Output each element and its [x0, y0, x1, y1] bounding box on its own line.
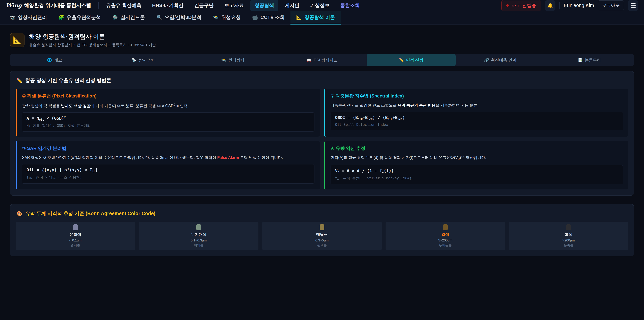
hamburger-icon: [630, 3, 636, 4]
method-title: ② 다중분광 지수법 (Spectral Index): [330, 93, 623, 99]
video-camera-icon: 📹: [252, 15, 258, 20]
bell-icon: 🔔: [547, 3, 554, 9]
magnifier-icon: 🔍: [156, 15, 162, 20]
formula: OSDI = (BNIR-BRed) / (BNIR+BRed): [335, 115, 618, 121]
bookmark-tabs-icon: 📑: [578, 58, 582, 62]
method-card-volume-inversion: ④ 유량 역산 추정 면적(A)과 평균 유막 두께(d) 및 풍화 경과 시간…: [324, 141, 628, 189]
swatch-name: 갈색: [388, 232, 503, 237]
main-menu: 유출유 확산예측 HNS·대기확산 긴급구난 보고자료 항공탐색 게시판 기상정…: [102, 0, 364, 11]
color-swatch: [443, 224, 448, 230]
formula: Oil = {(x,y) | σ°(x,y) < Tth}: [26, 167, 310, 173]
tab-area-estimation[interactable]: ✏️ 면적 산정: [366, 54, 456, 66]
subtab-image-photo-management[interactable]: 📷 영상사진관리: [4, 11, 53, 25]
swatch-layer: 광택층: [264, 243, 380, 247]
menu-item-oil-spread[interactable]: 유출유 확산예측: [102, 0, 146, 11]
page-title: 해양 항공탐색·원격탐사 이론: [29, 33, 156, 41]
methods-section-header: ✏️ 항공 영상 기반 유출유 면적 산정 방법론: [16, 77, 628, 84]
methods-grid: ① 픽셀 분류법 (Pixel Classification) 광학 영상의 각…: [16, 89, 628, 189]
subtab-cctv[interactable]: 📹 CCTV 조회: [246, 11, 290, 25]
subtab-aerial-search-theory[interactable]: 📐 항공탐색 이론: [290, 11, 341, 25]
formula-box: Oil = {(x,y) | σ°(x,y) < Tth} Tth: 최적 임계…: [22, 164, 314, 184]
method-title: ① 픽셀 분류법 (Pixel Classification): [22, 93, 314, 99]
swatch-name: 흑색: [511, 232, 626, 237]
menu-item-rescue[interactable]: 긴급구난: [190, 0, 218, 11]
method-card-pixel-classification: ① 픽셀 분류법 (Pixel Classification) 광학 영상의 각…: [16, 89, 320, 137]
swatch-thickness: 5~200μm: [388, 238, 503, 242]
swatch-layer: 광택층: [18, 243, 133, 247]
subtab-oil-area-analysis[interactable]: 🧩 유출유면적분석: [53, 11, 106, 25]
swatch-thickness: < 0.1μm: [18, 238, 133, 242]
drone-icon: 🛸: [112, 15, 118, 20]
camera-icon: 📷: [10, 15, 15, 20]
sub-nav: 📷 영상사진관리 🧩 유출유면적분석 🛸 실시간드론 🔍 오염/선박3D분석 🛰…: [0, 11, 644, 25]
triangle-ruler-icon: 📐: [296, 15, 302, 20]
method-title: ③ SAR 임계값 분리법: [22, 145, 314, 151]
formula-note: fe: 누적 증발비 (Stiver & Mackay 1984): [335, 176, 618, 181]
menu-item-reports[interactable]: 보고자료: [220, 0, 248, 11]
tab-diffusion-link[interactable]: 🔗 확산예측 연계: [456, 54, 545, 66]
swatch-name: 은회색: [18, 232, 133, 237]
user-name: Eunjeong Kim: [564, 3, 594, 8]
open-book-icon: 📖: [306, 58, 312, 62]
triangle-ruler-icon: 📐: [13, 36, 22, 44]
app-logo: Wing 해양환경 위기대응 통합시스템: [6, 2, 91, 9]
logout-button[interactable]: 로그아웃: [598, 1, 624, 11]
swatch-card-black: 흑색 >200μm 농축층: [509, 222, 628, 250]
subtab-satellite-request[interactable]: 🛰️ 위성요청: [207, 11, 246, 25]
formula-note: Oil Spill Detection Index: [335, 123, 618, 127]
page-icon-box: 📐: [10, 33, 24, 47]
incident-status-badge[interactable]: 사고 진행중: [502, 0, 541, 11]
swatch-card-silver-gray: 은회색 < 0.1μm 광택층: [16, 222, 135, 250]
tab-esi-map[interactable]: 📖 ESI 방제지도: [278, 54, 366, 66]
subtab-pollution-ship-3d[interactable]: 🔍 오염/선박3D분석: [150, 11, 207, 25]
globe-icon: 🌐: [47, 58, 52, 62]
puzzle-icon: 🧩: [58, 15, 64, 20]
formula-box: OSDI = (BNIR-BRed) / (BNIR+BRed) Oil Spi…: [330, 112, 623, 130]
menu-item-board[interactable]: 게시판: [280, 0, 304, 11]
color-swatch: [320, 224, 324, 230]
swatch-name: 무지개색: [141, 232, 256, 237]
logo-wing-mark: Wing: [6, 2, 22, 9]
tab-overview[interactable]: 🌐 개요: [10, 54, 99, 66]
pencil-icon: ✏️: [16, 78, 22, 83]
app-title: 해양환경 위기대응 통합시스템: [24, 2, 91, 9]
swatch-layer: 농축층: [511, 243, 626, 247]
pencil-icon: ✏️: [399, 58, 404, 62]
menu-item-aerial-search[interactable]: 항공탐색: [250, 0, 278, 11]
menu-item-integrated-search[interactable]: 통합조회: [336, 0, 364, 11]
tab-remote-sensing[interactable]: 🛰️ 원격탐사: [188, 54, 278, 66]
method-card-spectral-index: ② 다중분광 지수법 (Spectral Index) 다중분광 센서로 촬영한…: [324, 89, 628, 137]
page-subtitle: 유출유 원격탐지·항공감시 기법·ESI 방제정보지도·등록특허 10-1567…: [29, 43, 156, 48]
swatch-card-rainbow: 무지개색 0.1~0.3μm 박막층: [139, 222, 258, 250]
tab-detection-equipment[interactable]: 📡 탐지 장비: [99, 54, 188, 66]
method-description: 광학 영상의 각 픽셀을 반사도·색상·질감에 따라 기름/해수로 분류. 분류…: [22, 102, 314, 109]
menu-item-weather[interactable]: 기상정보: [306, 0, 334, 11]
notification-button[interactable]: 🔔: [545, 0, 556, 11]
swatch-thickness: >200μm: [511, 238, 626, 242]
incident-badge-label: 사고 진행중: [512, 2, 536, 9]
method-card-sar-threshold: ③ SAR 임계값 분리법 SAR 영상에서 후방산란계수(σ°)의 임계값 이…: [16, 141, 320, 189]
header-right: 사고 진행중 🔔 Eunjeong Kim 로그아웃: [502, 0, 638, 11]
tab-papers-patents[interactable]: 📑 논문특허: [545, 54, 634, 66]
color-swatch: [566, 224, 571, 230]
swatch-thickness: 0.1~0.3μm: [141, 238, 256, 242]
page-header: 📐 해양 항공탐색·원격탐사 이론 유출유 원격탐지·항공감시 기법·ESI 방…: [10, 33, 634, 48]
app-header: Wing 해양환경 위기대응 통합시스템 유출유 확산예측 HNS·대기확산 긴…: [0, 0, 644, 11]
method-description: SAR 영상에서 후방산란계수(σ°)의 임계값 이하를 유막으로 판정합니다.…: [22, 155, 314, 161]
swatch-thickness: 0.3~5μm: [264, 238, 380, 242]
header-divider: [560, 2, 560, 9]
main-content: 📐 해양 항공탐색·원격탐사 이론 유출유 원격탐지·항공감시 기법·ESI 방…: [0, 33, 644, 256]
theory-tab-bar: 🌐 개요 📡 탐지 장비 🛰️ 원격탐사 📖 ESI 방제지도 ✏️ 면적 산정…: [10, 54, 634, 66]
subtab-realtime-drone[interactable]: 🛸 실시간드론: [106, 11, 150, 25]
color-swatch: [73, 224, 78, 230]
satellite-icon: 🛰️: [213, 15, 219, 20]
method-title: ④ 유량 역산 추정: [330, 145, 623, 151]
menu-item-hns[interactable]: HNS·대기확산: [148, 0, 188, 11]
formula: A = Noil × (GSD)2: [26, 116, 310, 121]
formula-note: N: 기름 픽셀수, GSD: 지상 표본거리: [26, 123, 310, 128]
formula-note: Tth: 최적 임계값 (국소 적응형): [26, 175, 310, 180]
bonn-section-header: 🎨 유막 두께 시각적 추정 기준 (Bonn Agreement Color …: [16, 210, 628, 217]
palette-icon: 🎨: [16, 211, 22, 216]
formula: V0 = A × d / (1 - fe(t)): [335, 168, 618, 174]
hamburger-menu-button[interactable]: [628, 0, 638, 11]
